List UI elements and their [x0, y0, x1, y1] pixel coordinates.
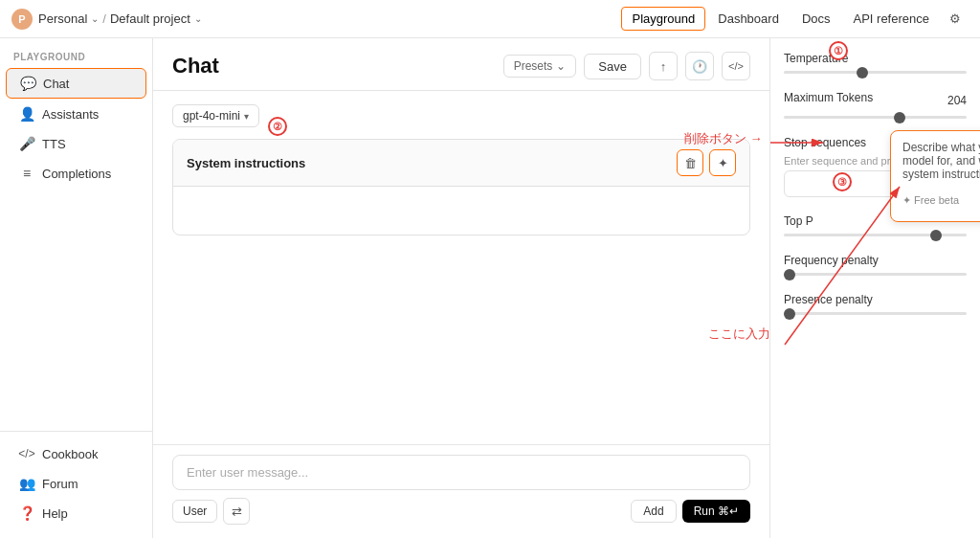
model-select[interactable]: gpt-4o-mini ▾ [172, 104, 259, 127]
cookbook-icon: </> [19, 446, 34, 461]
model-name: gpt-4o-mini [183, 109, 240, 123]
right-panel: Temperature Maximum Tokens 204 Stop sequ… [769, 38, 980, 538]
message-input-placeholder: Enter user message... [187, 465, 736, 480]
model-select-row: gpt-4o-mini ▾ [172, 104, 750, 127]
sidebar-label-cookbook: Cookbook [42, 447, 99, 461]
main-layout: PLAYGROUND 💬 Chat 👤 Assistants 🎤 TTS ≡ C… [0, 38, 980, 538]
sidebar-label-forum: Forum [42, 477, 78, 491]
temperature-label: Temperature [784, 52, 967, 65]
max-tokens-label: Maximum Tokens [784, 91, 873, 104]
sidebar-item-assistants[interactable]: 👤 Assistants [6, 100, 146, 128]
run-button[interactable]: Run ⌘↵ [682, 500, 750, 523]
nav-left: P Personal ⌄ / Default project ⌄ [11, 9, 613, 30]
chat-icon: 💬 [20, 76, 35, 91]
system-instructions-box: System instructions 🗑 ✦ [172, 139, 750, 235]
completions-icon: ≡ [19, 166, 34, 181]
max-tokens-section: Maximum Tokens 204 [784, 91, 967, 119]
message-footer-left: User ⇄ [172, 498, 250, 525]
settings-button[interactable]: ⚙ [942, 6, 969, 33]
magic-icon: ✦ [718, 156, 728, 170]
help-icon: ❓ [19, 505, 34, 521]
chat-footer: Enter user message... User ⇄ Add Run ⌘↵ [153, 444, 769, 538]
magic-generate-button[interactable]: ✦ [709, 149, 736, 176]
tab-docs[interactable]: Docs [791, 7, 841, 31]
workspace-name[interactable]: Personal [38, 11, 87, 26]
avatar: P [11, 9, 33, 30]
code-button[interactable]: </> [722, 52, 750, 80]
message-footer-right: Add Run ⌘↵ [631, 500, 750, 523]
upload-icon: ↑ [660, 59, 667, 74]
sidebar-bottom: </> Cookbook 👥 Forum ❓ Help [0, 431, 152, 528]
sidebar-label-completions: Completions [42, 167, 111, 181]
max-tokens-value: 204 [947, 94, 967, 107]
freq-penalty-label: Frequency penalty [784, 254, 967, 267]
chat-header-right: Presets ⌄ Save ↑ 🕐 </> [503, 52, 750, 80]
temperature-slider[interactable] [784, 71, 967, 74]
presence-penalty-slider[interactable] [784, 312, 967, 315]
temperature-thumb[interactable] [857, 67, 868, 78]
tts-icon: 🎤 [19, 136, 34, 151]
breadcrumb: Personal ⌄ / Default project ⌄ [38, 11, 202, 26]
save-button[interactable]: Save [584, 54, 641, 79]
sidebar-item-tts[interactable]: 🎤 TTS [6, 129, 146, 158]
system-instructions-title: System instructions [187, 156, 305, 170]
top-navigation: P Personal ⌄ / Default project ⌄ Playgro… [0, 0, 980, 38]
nav-right: Playground Dashboard Docs API reference … [621, 6, 969, 33]
system-instructions-body[interactable] [173, 187, 749, 235]
presence-penalty-thumb[interactable] [784, 308, 795, 320]
max-tokens-thumb[interactable] [894, 112, 905, 123]
top-p-slider[interactable] [784, 234, 967, 236]
sidebar-item-cookbook[interactable]: </> Cookbook [6, 439, 146, 468]
project-name[interactable]: Default project [110, 11, 190, 26]
system-instructions-header: System instructions 🗑 ✦ [173, 140, 749, 187]
tab-api-reference[interactable]: API reference [843, 7, 941, 31]
delete-system-instructions-button[interactable]: 🗑 [677, 149, 703, 176]
chat-main: Chat Presets ⌄ Save ↑ 🕐 </> [153, 38, 769, 538]
freq-penalty-slider[interactable] [784, 273, 967, 276]
temperature-section: Temperature [784, 52, 967, 74]
history-icon: 🕐 [692, 59, 707, 74]
max-tokens-slider[interactable] [784, 116, 967, 119]
generate-instructions-popup: Describe what you're using the model for… [890, 130, 980, 222]
message-input-box[interactable]: Enter user message... [172, 455, 750, 490]
freq-penalty-thumb[interactable] [784, 269, 795, 280]
chat-title: Chat [172, 54, 219, 78]
user-role-button[interactable]: User [172, 500, 217, 523]
tooltip-popup-bottom: ✦ Free beta Create → [902, 189, 980, 212]
presets-select[interactable]: Presets ⌄ [503, 55, 577, 78]
tab-playground[interactable]: Playground [621, 7, 705, 31]
sidebar: PLAYGROUND 💬 Chat 👤 Assistants 🎤 TTS ≡ C… [0, 38, 153, 538]
sidebar-label-tts: TTS [42, 137, 66, 151]
swap-icon: ⇄ [232, 504, 242, 519]
sidebar-label-assistants: Assistants [42, 107, 99, 122]
content-area: Chat Presets ⌄ Save ↑ 🕐 </> [153, 38, 980, 538]
presets-chevron-icon: ⌄ [556, 59, 566, 73]
code-icon: </> [728, 60, 744, 72]
delete-icon: 🗑 [684, 156, 697, 170]
project-chevron-icon: ⌄ [194, 13, 202, 24]
presets-label: Presets [514, 59, 553, 73]
swap-role-button[interactable]: ⇄ [223, 498, 250, 525]
sidebar-label-help: Help [42, 506, 68, 521]
tab-dashboard[interactable]: Dashboard [707, 7, 790, 31]
freq-penalty-section: Frequency penalty [784, 254, 967, 276]
upload-button[interactable]: ↑ [649, 52, 678, 80]
history-button[interactable]: 🕐 [685, 52, 714, 80]
free-beta-label: Free beta [914, 194, 959, 206]
top-p-thumb[interactable] [930, 230, 942, 241]
sidebar-item-help[interactable]: ❓ Help [6, 499, 146, 527]
sidebar-section-title: PLAYGROUND [0, 48, 152, 68]
free-beta-badge: ✦ Free beta [902, 194, 959, 207]
sidebar-item-forum[interactable]: 👥 Forum [6, 469, 146, 498]
sparkle-icon: ✦ [902, 194, 911, 207]
sidebar-label-chat: Chat [43, 77, 69, 91]
sidebar-item-completions[interactable]: ≡ Completions [6, 159, 146, 188]
tooltip-text: Describe what you're using the model for… [902, 141, 980, 181]
model-chevron-icon: ▾ [244, 111, 249, 122]
chat-header: Chat Presets ⌄ Save ↑ 🕐 </> [153, 38, 769, 91]
forum-icon: 👥 [19, 476, 34, 491]
sidebar-item-chat[interactable]: 💬 Chat [6, 68, 146, 99]
chat-body: gpt-4o-mini ▾ System instructions 🗑 [153, 91, 769, 444]
add-message-button[interactable]: Add [631, 500, 676, 523]
message-footer-row: User ⇄ Add Run ⌘↵ [172, 498, 750, 525]
